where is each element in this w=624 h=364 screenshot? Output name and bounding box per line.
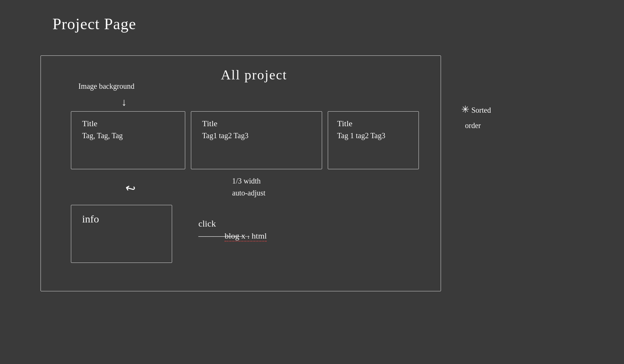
click-annotation: click (198, 219, 216, 229)
page-title: Project Page (52, 15, 136, 33)
asterisk-icon: ✳ (461, 104, 470, 115)
all-project-label: All project (221, 67, 287, 83)
main-wireframe-frame: All project Image background ↓ Title Tag… (40, 55, 441, 291)
image-background-annotation: Image background (78, 82, 134, 91)
card-1-tags: Tag, Tag, Tag (82, 131, 123, 140)
cursor-icon: ↩ (124, 180, 137, 197)
sorted-order-annotation: ✳ Sorted order (461, 101, 491, 132)
blog-link-annotation: blog x . html (225, 231, 267, 242)
card-1-title: Title (82, 119, 98, 128)
card-3-tags: Tag 1 tag2 Tag3 (337, 131, 385, 140)
card-2-title: Title (202, 119, 218, 128)
card-3-title: Title (337, 119, 352, 128)
card-2-tags: Tag1 tag2 Tag3 (202, 131, 248, 140)
info-label: info (82, 213, 99, 225)
fraction-annotation: 1/3 widthauto-adjust (232, 175, 266, 199)
arrow-down-icon: ↓ (122, 97, 127, 107)
